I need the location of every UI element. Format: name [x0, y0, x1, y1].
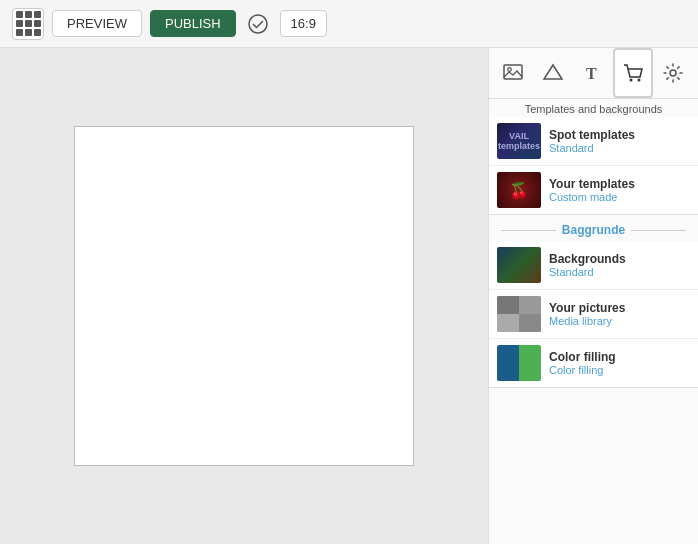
your-pictures-title: Your pictures — [549, 301, 625, 315]
svg-rect-1 — [504, 65, 522, 79]
your-pictures-text: Your pictures Media library — [549, 301, 625, 327]
shape-icon-button[interactable] — [533, 48, 573, 98]
your-templates-text: Your templates Custom made — [549, 177, 635, 203]
spot-templates-item[interactable]: VAILtemplates Spot templates Standard — [489, 117, 698, 166]
your-templates-item[interactable]: 🍒 Your templates Custom made — [489, 166, 698, 214]
your-templates-title: Your templates — [549, 177, 635, 191]
main-area: T Templates and backgrounds — [0, 48, 698, 544]
divider-line-left — [501, 230, 556, 231]
check-icon — [244, 10, 272, 38]
color-filling-title: Color filling — [549, 350, 616, 364]
svg-point-5 — [630, 79, 633, 82]
spot-templates-subtitle: Standard — [549, 142, 635, 154]
color-filling-item[interactable]: Color filling Color filling — [489, 339, 698, 387]
spot-templates-title: Spot templates — [549, 128, 635, 142]
main-toolbar: PREVIEW PUBLISH 16:9 — [0, 0, 698, 48]
ratio-button[interactable]: 16:9 — [280, 10, 327, 37]
panel-section-label: Templates and backgrounds — [489, 99, 698, 117]
your-templates-thumb: 🍒 — [497, 172, 541, 208]
color-filling-text: Color filling Color filling — [549, 350, 616, 376]
svg-point-0 — [249, 15, 267, 33]
your-templates-subtitle: Custom made — [549, 191, 635, 203]
cart-icon-button[interactable] — [613, 48, 653, 98]
your-pictures-subtitle: Media library — [549, 315, 625, 327]
backgrounds-thumb — [497, 247, 541, 283]
backgrounds-item[interactable]: Backgrounds Standard — [489, 241, 698, 290]
backgrounds-subtitle: Standard — [549, 266, 626, 278]
preview-button[interactable]: PREVIEW — [52, 10, 142, 37]
svg-text:T: T — [586, 65, 597, 82]
your-pictures-item[interactable]: Your pictures Media library — [489, 290, 698, 339]
settings-icon-button[interactable] — [653, 48, 693, 98]
svg-point-7 — [670, 70, 676, 76]
templates-section: VAILtemplates Spot templates Standard 🍒 … — [489, 117, 698, 215]
svg-point-6 — [638, 79, 641, 82]
color-filling-thumb — [497, 345, 541, 381]
color-filling-subtitle: Color filling — [549, 364, 616, 376]
image-icon-button[interactable] — [493, 48, 533, 98]
divider-line-right — [631, 230, 686, 231]
backgrounds-section: Backgrounds Standard Your pictures Medi — [489, 241, 698, 388]
panel-icon-toolbar: T — [489, 48, 698, 99]
canvas-area — [0, 48, 488, 544]
text-icon-button[interactable]: T — [573, 48, 613, 98]
backgrounds-title: Backgrounds — [549, 252, 626, 266]
spot-templates-thumb: VAILtemplates — [497, 123, 541, 159]
svg-point-2 — [508, 68, 512, 72]
right-panel: T Templates and backgrounds — [488, 48, 698, 544]
backgrounds-text: Backgrounds Standard — [549, 252, 626, 278]
divider-label: Baggrunde — [562, 223, 625, 237]
publish-button[interactable]: PUBLISH — [150, 10, 236, 37]
your-pictures-thumb — [497, 296, 541, 332]
grid-view-button[interactable] — [12, 8, 44, 40]
svg-marker-3 — [544, 65, 562, 79]
spot-templates-text: Spot templates Standard — [549, 128, 635, 154]
canvas-frame[interactable] — [74, 126, 414, 466]
baggrunde-divider: Baggrunde — [489, 215, 698, 241]
